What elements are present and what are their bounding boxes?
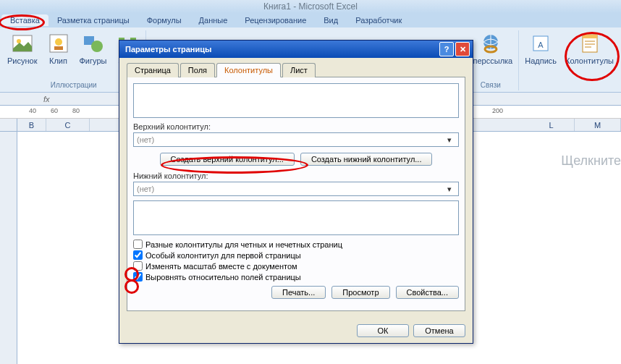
tab-developer[interactable]: Разработчик <box>347 14 410 26</box>
print-button[interactable]: Печать... <box>271 286 326 299</box>
tab-margins[interactable]: Поля <box>180 63 215 77</box>
shapes-icon <box>81 32 104 55</box>
hyperlink-icon <box>479 32 502 55</box>
header-footer-icon <box>578 32 601 55</box>
chevron-down-icon: ▾ <box>444 185 455 194</box>
textbox-icon: A <box>529 32 552 55</box>
footer-combo[interactable]: (нет) ▾ <box>133 182 459 196</box>
tab-formulas[interactable]: Формулы <box>138 14 190 26</box>
col-l[interactable]: L <box>528 119 575 131</box>
app-titlebar: Книга1 - Microsoft Excel <box>0 0 621 13</box>
svg-text:A: A <box>538 41 544 49</box>
col-b[interactable]: B <box>17 119 46 131</box>
select-all[interactable] <box>0 119 17 131</box>
check-align[interactable]: Выровнять относительно полей страницы <box>133 272 459 282</box>
checkbox-scale[interactable] <box>133 261 143 271</box>
picture-icon <box>11 32 34 55</box>
fx-label: fx <box>0 95 56 103</box>
svg-point-1 <box>17 39 21 43</box>
header-preview <box>133 83 459 118</box>
preview-button[interactable]: Просмотр <box>331 286 389 299</box>
checkbox-first-page[interactable] <box>133 250 143 260</box>
ribbon-clip[interactable]: Клип <box>43 30 74 67</box>
tab-view[interactable]: Вид <box>315 14 347 26</box>
svg-rect-15 <box>583 35 597 38</box>
row-headers[interactable] <box>0 132 17 364</box>
clip-icon <box>47 32 70 55</box>
header-placeholder[interactable]: Щелкните <box>561 153 621 169</box>
tab-header-footer[interactable]: Колонтитулы <box>216 63 281 77</box>
dialog-close-button[interactable]: ✕ <box>455 42 470 56</box>
col-c[interactable]: C <box>46 119 90 131</box>
footer-label: Нижний колонтитул: <box>133 172 459 180</box>
group-illustrations: Иллюстрации <box>49 80 98 90</box>
check-scale[interactable]: Изменять масштаб вместе с документом <box>133 261 459 271</box>
properties-button[interactable]: Свойства... <box>396 286 459 299</box>
dialog-help-button[interactable]: ? <box>439 42 454 56</box>
page-setup-dialog: Параметры страницы ? ✕ Страница Поля Кол… <box>119 40 473 344</box>
header-label: Верхний колонтитул: <box>133 122 459 131</box>
check-odd-even[interactable]: Разные колонтитулы для четных и нечетных… <box>133 240 459 249</box>
tab-page-layout[interactable]: Разметка страницы <box>48 14 138 26</box>
ok-button[interactable]: ОК <box>357 324 409 337</box>
cancel-button[interactable]: Отмена <box>413 324 465 337</box>
checkbox-align[interactable] <box>133 272 143 282</box>
check-first-page[interactable]: Особый колонтитул для первой страницы <box>133 250 459 260</box>
chevron-down-icon: ▾ <box>444 135 455 145</box>
ribbon-picture[interactable]: Рисунок <box>4 30 41 67</box>
ribbon-tabs: Вставка Разметка страницы Формулы Данные… <box>0 13 621 27</box>
dialog-title: Параметры страницы <box>122 45 438 54</box>
dialog-titlebar[interactable]: Параметры страницы ? ✕ <box>119 41 473 58</box>
dialog-tabs: Страница Поля Колонтитулы Лист <box>127 62 465 77</box>
create-header-button[interactable]: Создать верхний колонтитул... <box>160 153 295 166</box>
header-combo[interactable]: (нет) ▾ <box>133 132 459 147</box>
svg-point-3 <box>55 38 62 46</box>
ribbon-textbox[interactable]: A Надпись <box>522 30 559 67</box>
tab-insert[interactable]: Вставка <box>1 14 48 26</box>
tab-review[interactable]: Рецензирование <box>236 14 315 26</box>
svg-point-6 <box>91 41 103 52</box>
svg-rect-4 <box>54 46 63 50</box>
col-m[interactable]: M <box>575 119 621 131</box>
ribbon-header-footer[interactable]: Колонтитулы <box>562 30 617 67</box>
footer-preview <box>133 200 459 235</box>
group-links: Связи <box>479 80 502 90</box>
checkbox-odd-even[interactable] <box>133 240 143 249</box>
ribbon-shapes[interactable]: Фигуры <box>77 30 110 67</box>
tab-data[interactable]: Данные <box>190 14 237 26</box>
tab-page[interactable]: Страница <box>127 63 179 77</box>
tab-sheet[interactable]: Лист <box>282 63 316 77</box>
create-footer-button[interactable]: Создать нижний колонтитул... <box>300 153 433 166</box>
